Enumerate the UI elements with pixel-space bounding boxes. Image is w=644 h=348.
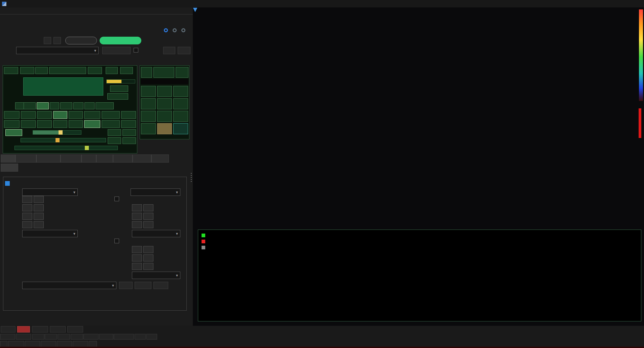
mode-lsb-button[interactable] [73, 102, 83, 109]
tune-step-minus-button[interactable] [44, 37, 51, 44]
g3-size-plus-button[interactable] [143, 246, 153, 253]
tab-gamma[interactable] [1, 164, 18, 172]
legend-max-hold[interactable] [202, 240, 208, 243]
g2-overlay-checkbox[interactable] [114, 197, 119, 201]
asq-button[interactable] [69, 120, 83, 128]
lan-out-button[interactable] [107, 93, 128, 100]
preset-90-button[interactable] [25, 341, 40, 347]
tab-wfm[interactable] [81, 154, 96, 163]
key-8[interactable] [157, 86, 172, 97]
page-prev-button[interactable] [0, 341, 7, 347]
set-button[interactable] [4, 67, 18, 74]
pluto-usrp-checkbox[interactable] [134, 48, 138, 53]
decay-plus-button[interactable] [34, 204, 44, 211]
size-minus-button[interactable] [22, 213, 32, 220]
mode-usb-button[interactable] [84, 102, 95, 109]
g3-decay-minus-button[interactable] [132, 263, 142, 270]
sync-button[interactable] [110, 85, 128, 92]
split-plus-button[interactable] [99, 334, 113, 340]
stop-sdr-button[interactable] [163, 47, 175, 54]
decay-minus-button[interactable] [22, 204, 32, 211]
key-0[interactable] [141, 123, 156, 134]
fft-minus-button[interactable] [22, 196, 32, 203]
ref-plus-button[interactable] [71, 334, 83, 340]
auto-button[interactable] [121, 120, 136, 128]
rx-start-button[interactable] [88, 67, 102, 74]
mode-am-button[interactable] [15, 102, 25, 109]
tab-radio[interactable] [1, 154, 15, 163]
fosphor-spectrum-canvas[interactable] [205, 9, 638, 101]
g3-size-minus-button[interactable] [132, 246, 142, 253]
mix-save-button[interactable] [119, 282, 133, 289]
g2-size-minus-button[interactable] [132, 204, 142, 211]
g2-decay-plus-button[interactable] [143, 221, 153, 228]
show-gamma-checkbox[interactable] [5, 181, 10, 186]
size-plus-button[interactable] [34, 213, 44, 220]
seek-right-button[interactable] [32, 326, 48, 333]
agc-off-button[interactable] [108, 129, 121, 136]
agc-slow-button[interactable] [122, 137, 136, 144]
vol-minus-button[interactable] [0, 334, 15, 340]
rx-stop-button[interactable] [106, 67, 118, 74]
minimize-button[interactable] [598, 0, 613, 7]
vol-plus-button[interactable] [16, 334, 31, 340]
band-minus-button[interactable] [102, 120, 120, 128]
db-minus-button[interactable] [32, 334, 44, 340]
g2-decay-minus-button[interactable] [132, 221, 142, 228]
keypad-enter-button[interactable] [173, 123, 188, 134]
waterfall-canvas[interactable] [194, 108, 638, 222]
unmute-button[interactable] [17, 326, 30, 333]
gain-thumb[interactable] [85, 146, 89, 150]
frequency-display[interactable] [23, 77, 103, 96]
step-down-100k-button[interactable] [50, 326, 66, 333]
g2-floor-plus-button[interactable] [143, 213, 153, 220]
narrow-button[interactable] [102, 111, 120, 119]
g3-color-dropdown[interactable]: ▼ [132, 272, 180, 279]
t1-button[interactable] [4, 111, 20, 119]
scan-button[interactable] [20, 67, 34, 74]
preset-92-5-button[interactable] [41, 341, 56, 347]
position-dropdown[interactable]: ▼ [22, 230, 78, 237]
tab-decoder[interactable] [113, 154, 133, 163]
t2-scan-button[interactable] [53, 120, 67, 128]
step-up-100k-button[interactable] [67, 326, 83, 333]
g3-floor-minus-button[interactable] [132, 254, 142, 262]
tab-favorites[interactable] [61, 154, 81, 163]
analyzer-canvas[interactable] [199, 230, 641, 321]
t2-stop-button[interactable] [37, 120, 52, 128]
tune-plus-button[interactable] [37, 111, 52, 119]
squelch-thumb[interactable] [59, 130, 63, 135]
palette-dropdown[interactable]: ▼ [22, 188, 78, 196]
keypad-bands-button[interactable] [153, 67, 174, 78]
tab-digital[interactable] [96, 154, 113, 163]
g2-size-plus-button[interactable] [143, 204, 153, 211]
close-button[interactable] [628, 0, 643, 7]
preset-95-button[interactable] [57, 341, 72, 347]
tab-analysis[interactable] [133, 154, 151, 163]
g3-overlay-checkbox[interactable] [114, 239, 119, 243]
panel-resize-handle[interactable] [190, 172, 192, 182]
mode-nfm-button[interactable] [37, 102, 49, 109]
mute-button[interactable] [5, 129, 22, 136]
volume-slider[interactable] [21, 138, 106, 142]
mode-sam-button[interactable] [24, 102, 36, 109]
agc-fast-button[interactable] [122, 129, 136, 136]
mode-digital-button[interactable] [96, 102, 114, 109]
key-5[interactable] [157, 98, 172, 109]
preset-98-button[interactable] [73, 341, 88, 347]
device-dropdown[interactable]: ▼ [16, 47, 99, 54]
band-plus-button[interactable] [121, 111, 136, 119]
cursor-off-button[interactable] [114, 334, 134, 340]
t2-start-button[interactable] [21, 120, 36, 128]
tab-detections[interactable] [36, 154, 61, 163]
g2-floor-minus-button[interactable] [132, 213, 142, 220]
fft-plus-button[interactable] [34, 196, 44, 203]
peak-marker-9[interactable] [193, 7, 198, 12]
mix-update-button[interactable] [135, 282, 151, 289]
arh-rx-control-button[interactable] [49, 67, 86, 74]
manual-tuning-button[interactable] [65, 37, 97, 44]
volume-thumb[interactable] [56, 138, 60, 142]
floor-minus-button[interactable] [22, 221, 32, 228]
start-sdr-button[interactable] [178, 47, 190, 54]
g-minus-button[interactable] [135, 334, 146, 340]
